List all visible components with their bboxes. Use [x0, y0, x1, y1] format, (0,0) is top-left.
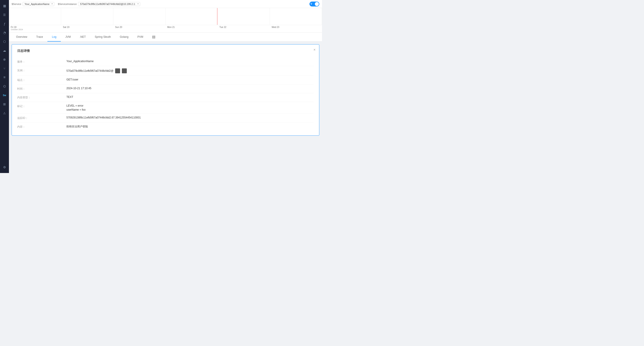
chart-date-5: Wed 23 [272, 26, 322, 28]
service-instance-select-wrapper: 570a579c8f8c11efb5f67a07448cfdd2@10.199.… [78, 2, 140, 6]
sidebar-icon-settings[interactable]: ⚙ [0, 163, 8, 171]
tab-golang[interactable]: Golang [116, 33, 133, 41]
detail-value-service: Your_ApplicationName [66, 60, 314, 63]
service-select[interactable]: Your_ApplicationName [22, 2, 54, 6]
tab-spring-sleuth[interactable]: Spring Sleuth [90, 33, 116, 41]
sidebar-icon-globe[interactable]: ⊕ [0, 55, 8, 63]
endpoint-value-text: GET:/user [66, 78, 78, 81]
detail-row-time: 时间： 2024-10-21 17:10:45 [17, 84, 314, 93]
sidebar-icon-branch[interactable]: ⑂ [0, 64, 8, 72]
service-label: $Service [12, 3, 21, 5]
sidebar-icon-alert[interactable]: ⚠ [0, 109, 8, 117]
detail-value-content: 拒绝非法用户登陆 [66, 125, 314, 128]
detail-row-trace-id: 追踪ID： 570929138f8c11efb5f67a07448cfdd2.6… [17, 114, 314, 122]
sidebar-icon-dashboard[interactable]: ▦ [0, 2, 8, 10]
sidebar-icon-list[interactable]: ≡ [0, 73, 8, 81]
detail-key-content-type: 内容类型： [17, 95, 66, 99]
top-bar: $Service Your_ApplicationName $ServiceIn… [9, 0, 322, 8]
detail-value-instance: 570a579c8f8c11efb5f67a07448cfdd2@ [66, 68, 314, 73]
detail-key-trace-id: 追踪ID： [17, 116, 66, 120]
chart-label-1: Sat 19 [61, 26, 113, 28]
chart-month-0: October 2024 [11, 28, 61, 31]
chart-col-0 [9, 8, 61, 25]
chart-label-0: Fri 18 October 2024 [9, 26, 61, 31]
tab-bar: Overview Trace Log JVM .NET Spring Sleut… [9, 33, 322, 41]
detail-row-content-type: 内容类型： TEXT [17, 93, 314, 102]
chart-col-2 [113, 8, 166, 25]
detail-value-content-type: TEXT [66, 95, 314, 99]
chart-date-3: Mon 21 [167, 26, 218, 28]
chart-col-4 [218, 8, 270, 25]
instance-action-btn-2[interactable] [122, 68, 127, 73]
tab-extra-icon[interactable]: ▤ [148, 33, 160, 41]
detail-key-content: 内容： [17, 125, 66, 129]
toggle-wrapper: V [310, 1, 319, 6]
content-value-text: 拒绝非法用户登陆 [66, 125, 88, 128]
tag-value-2: userName = foo [66, 108, 86, 111]
detail-row-content: 内容： 拒绝非法用户登陆 [17, 122, 314, 131]
sidebar: ▦ ☰ ƒ ◔ ⬡ ☁ ⊕ ⑂ ≡ ⌬ Sw ⊞ ⚠ ⚙ [0, 0, 9, 173]
tab-trace[interactable]: Trace [32, 33, 48, 41]
sidebar-icon-sw[interactable]: Sw [0, 91, 8, 99]
main-content: $Service Your_ApplicationName $ServiceIn… [9, 0, 322, 173]
detail-value-trace-id: 570929138f8c11efb5f67a07448cfdd2.67.3941… [66, 116, 314, 119]
detail-key-time: 时间： [17, 87, 66, 91]
detail-key-endpoint: 端点： [17, 78, 66, 82]
tab-overview[interactable]: Overview [12, 33, 32, 41]
sidebar-icon-menu[interactable]: ☰ [0, 11, 8, 19]
service-instance-label: $ServiceInstance [58, 3, 77, 5]
detail-row-endpoint: 端点： GET:/user [17, 76, 314, 84]
chart-date-2: Sun 20 [115, 26, 166, 28]
detail-panel: 日志详情 × 服务： Your_ApplicationName 实例： 570a… [12, 44, 319, 136]
content-type-value-text: TEXT [66, 95, 73, 99]
sidebar-icon-grid[interactable]: ⊞ [0, 100, 8, 108]
chart-timeline [9, 8, 322, 25]
tag-value-1: LEVEL = error [66, 104, 84, 107]
detail-row-instance: 实例： 570a579c8f8c11efb5f67a07448cfdd2@ [17, 66, 314, 76]
close-button[interactable]: × [314, 48, 316, 52]
toggle-label: V [310, 3, 312, 5]
trace-id-value-text: 570929138f8c11efb5f67a07448cfdd2.67.3941… [66, 116, 141, 119]
chart-date-1: Sat 19 [63, 26, 113, 28]
chart-label-2: Sun 20 [113, 26, 166, 28]
sidebar-icon-function[interactable]: ƒ [0, 20, 8, 28]
time-value-text: 2024-10-21 17:10:45 [66, 87, 91, 90]
chart-col-5 [270, 8, 322, 25]
tab-log[interactable]: Log [48, 33, 61, 41]
service-value-text: Your_ApplicationName [66, 60, 94, 63]
chart-date-4: Tue 22 [219, 26, 270, 28]
service-instance-select[interactable]: 570a579c8f8c11efb5f67a07448cfdd2@10.199.… [78, 2, 140, 6]
chart-date-0: Fri 18 [11, 26, 61, 28]
sidebar-icon-cloud[interactable]: ☁ [0, 46, 8, 54]
service-select-wrapper: Your_ApplicationName [22, 2, 54, 6]
detail-value-time: 2024-10-21 17:10:45 [66, 87, 314, 90]
toggle-button[interactable]: V [310, 1, 319, 6]
service-filter-group: $Service Your_ApplicationName [12, 2, 54, 6]
chart-labels: Fri 18 October 2024 Sat 19 Sun 20 Mon 21… [9, 25, 322, 33]
detail-value-tags: LEVEL = error userName = foo [66, 104, 314, 111]
detail-key-instance: 实例： [17, 68, 66, 72]
instance-value-text: 570a579c8f8c11efb5f67a07448cfdd2@ [66, 69, 113, 72]
tab-jvm[interactable]: JVM [61, 33, 75, 41]
instance-action-btn-1[interactable] [115, 68, 120, 73]
detail-key-tags: 标记： [17, 104, 66, 108]
detail-value-endpoint: GET:/user [66, 78, 314, 81]
sidebar-icon-nodes[interactable]: ⬡ [0, 37, 8, 46]
chart-area: Fri 18 October 2024 Sat 19 Sun 20 Mon 21… [9, 8, 322, 33]
chart-label-3: Mon 21 [166, 26, 218, 28]
sidebar-icon-graph[interactable]: ⌬ [0, 82, 8, 90]
detail-key-service: 服务： [17, 60, 66, 64]
chart-label-5: Wed 23 [270, 26, 322, 28]
chart-label-4: Tue 22 [218, 26, 270, 28]
panel-title: 日志详情 [17, 49, 314, 53]
tab-dotnet[interactable]: .NET [75, 33, 90, 41]
detail-row-tags: 标记： LEVEL = error userName = foo [17, 102, 314, 114]
tab-pvm[interactable]: PVM [133, 33, 148, 41]
chart-col-1 [61, 8, 113, 25]
service-instance-filter-group: $ServiceInstance 570a579c8f8c11efb5f67a0… [58, 2, 140, 6]
chart-col-3 [166, 8, 218, 25]
content-area: 日志详情 × 服务： Your_ApplicationName 实例： 570a… [9, 41, 322, 173]
sidebar-icon-pie[interactable]: ◔ [0, 29, 8, 37]
detail-row-service: 服务： Your_ApplicationName [17, 57, 314, 66]
